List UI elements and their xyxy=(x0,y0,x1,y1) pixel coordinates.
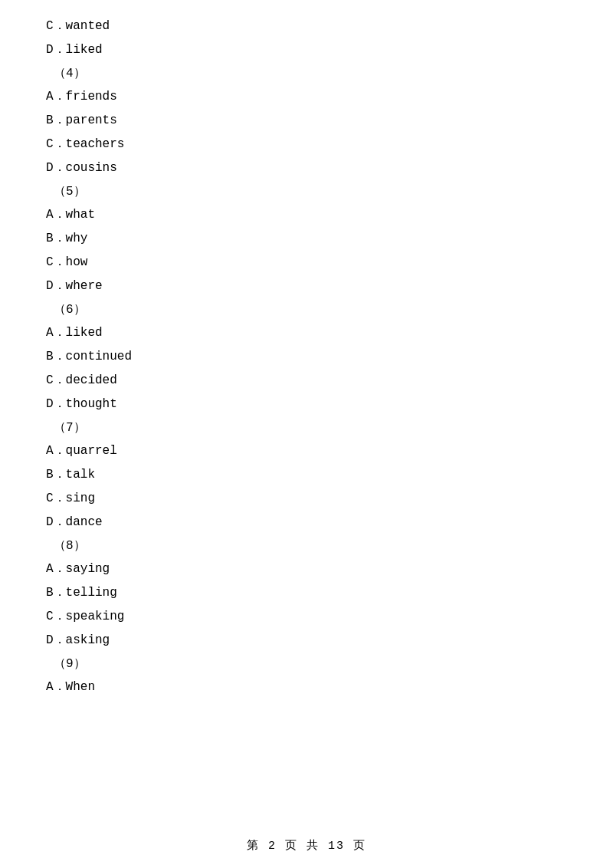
line-d-where: D．where xyxy=(46,275,567,298)
line-a-quarrel: A．quarrel xyxy=(46,440,567,462)
line-a-when: A．When xyxy=(46,676,567,699)
line-b-why: B．why xyxy=(46,228,567,250)
line-a-what: A．what xyxy=(46,204,567,226)
line-q8: （8） xyxy=(54,535,567,557)
line-d-liked-1: D．liked xyxy=(46,39,567,61)
line-a-saying: A．saying xyxy=(46,558,567,580)
line-q9: （9） xyxy=(54,653,567,676)
main-content: C．wanted D．liked （4） A．friends B．parents… xyxy=(0,0,613,746)
line-q6: （6） xyxy=(54,299,567,321)
line-c-sing: C．sing xyxy=(46,488,567,510)
line-q5: （5） xyxy=(54,181,567,203)
line-c-speaking: C．speaking xyxy=(46,606,567,628)
line-d-asking: D．asking xyxy=(46,630,567,652)
line-c-teachers: C．teachers xyxy=(46,133,567,156)
line-d-dance: D．dance xyxy=(46,511,567,534)
line-c-how: C．how xyxy=(46,252,567,274)
line-b-talk: B．talk xyxy=(46,464,567,486)
line-b-telling: B．telling xyxy=(46,582,567,604)
line-q7: （7） xyxy=(54,417,567,439)
line-a-friends: A．friends xyxy=(46,86,567,108)
line-b-parents: B．parents xyxy=(46,110,567,132)
line-a-liked: A．liked xyxy=(46,322,567,344)
line-c-decided: C．decided xyxy=(46,370,567,392)
page-footer: 第 2 页 共 13 页 xyxy=(0,838,613,853)
line-q4: （4） xyxy=(54,63,567,85)
line-c-wanted: C．wanted xyxy=(46,15,567,38)
line-b-continued: B．continued xyxy=(46,346,567,368)
line-d-cousins: D．cousins xyxy=(46,157,567,179)
line-d-thought: D．thought xyxy=(46,393,567,416)
